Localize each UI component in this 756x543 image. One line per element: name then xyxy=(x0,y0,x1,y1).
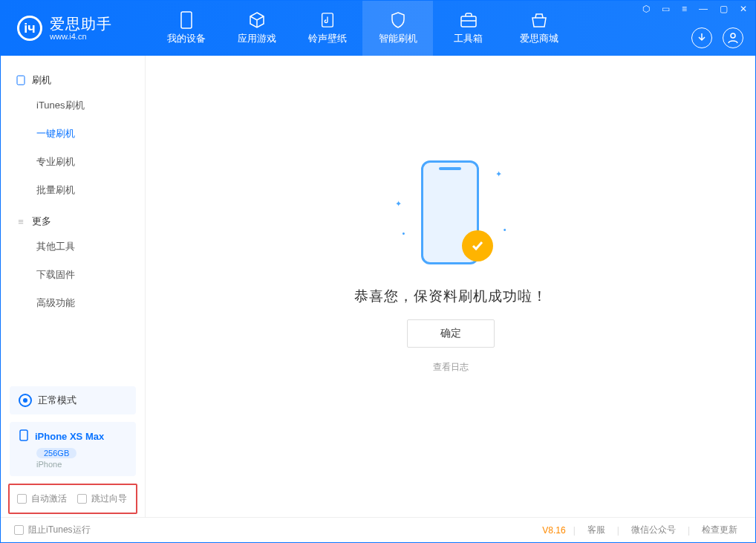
footer: 阻止iTunes运行 V8.16 | 客服 | 微信公众号 | 检查更新 xyxy=(1,517,755,542)
separator: | xyxy=(617,525,619,536)
header: ⬡ ▭ ≡ — ▢ ✕ iч 爱思助手 www.i4.cn 我的设备 应用游戏 xyxy=(1,1,755,56)
minimize-btn[interactable]: — xyxy=(697,2,710,16)
checkbox-label: 自动激活 xyxy=(31,492,67,505)
link-customer-service[interactable]: 客服 xyxy=(583,524,610,536)
svg-rect-4 xyxy=(17,76,25,85)
nav-label: 工具箱 xyxy=(454,32,483,45)
checkbox-label: 阻止iTunes运行 xyxy=(28,524,91,536)
sidebar-item-pro-flash[interactable]: 专业刷机 xyxy=(1,148,145,176)
nav-label: 我的设备 xyxy=(167,32,206,45)
nav-label: 爱思商城 xyxy=(520,32,558,45)
nav-ringtone[interactable]: 铃声壁纸 xyxy=(292,1,362,56)
device-storage: 256GB xyxy=(36,448,76,458)
download-button[interactable] xyxy=(691,27,712,48)
header-right xyxy=(691,27,743,48)
checkbox-icon xyxy=(14,525,24,535)
app-url: www.i4.cn xyxy=(50,32,112,41)
maximize-btn[interactable]: ▢ xyxy=(717,2,730,16)
nav-my-device[interactable]: 我的设备 xyxy=(151,1,221,56)
check-badge-icon xyxy=(462,230,493,261)
svg-rect-0 xyxy=(181,12,192,28)
sidebar-head-flash: 刷机 xyxy=(1,69,145,91)
nav-label: 铃声壁纸 xyxy=(308,32,347,45)
user-button[interactable] xyxy=(723,27,743,48)
cube-icon xyxy=(248,11,266,29)
separator: | xyxy=(688,525,690,536)
version-label: V8.16 xyxy=(542,525,565,536)
device-type: iPhone xyxy=(36,460,127,469)
checkbox-block-itunes[interactable]: 阻止iTunes运行 xyxy=(14,524,91,536)
menu-icon[interactable]: ≡ xyxy=(680,2,689,16)
store-icon xyxy=(530,11,548,29)
main-content: ✦ • ✦ • 恭喜您，保资料刷机成功啦！ 确定 查看日志 xyxy=(146,56,755,517)
ok-button[interactable]: 确定 xyxy=(407,319,495,348)
list-icon: ≡ xyxy=(16,216,26,227)
mode-dot-icon xyxy=(19,394,32,407)
logo: iч 爱思助手 www.i4.cn xyxy=(17,16,143,41)
view-log-link[interactable]: 查看日志 xyxy=(433,361,469,374)
checkbox-icon xyxy=(77,494,87,504)
sidebar-head-label: 刷机 xyxy=(32,74,51,87)
separator: | xyxy=(573,525,576,536)
sidebar: 刷机 iTunes刷机 一键刷机 专业刷机 批量刷机 ≡ 更多 其他工具 下载固… xyxy=(1,56,146,517)
device-name: iPhone XS Max xyxy=(35,431,104,442)
nav-smart-flash[interactable]: 智能刷机 xyxy=(362,1,433,56)
mode-card[interactable]: 正常模式 xyxy=(10,386,136,414)
sidebar-section-flash: 刷机 iTunes刷机 一键刷机 专业刷机 批量刷机 xyxy=(1,69,145,204)
nav-toolbox[interactable]: 工具箱 xyxy=(433,1,504,56)
mode-label: 正常模式 xyxy=(38,394,76,407)
sidebar-item-download-fw[interactable]: 下载固件 xyxy=(1,261,145,289)
sparkle-icon: • xyxy=(403,229,405,238)
nav-apps-games[interactable]: 应用游戏 xyxy=(221,1,292,56)
toolbox-icon xyxy=(460,11,478,29)
window-controls: ⬡ ▭ ≡ — ▢ ✕ xyxy=(640,2,749,16)
music-icon xyxy=(319,11,336,29)
sidebar-bottom: 正常模式 iPhone XS Max 256GB iPhone 自动激活 跳过向… xyxy=(1,386,145,517)
top-nav: 我的设备 应用游戏 铃声壁纸 智能刷机 工具箱 爱思商城 xyxy=(151,1,574,56)
body: 刷机 iTunes刷机 一键刷机 专业刷机 批量刷机 ≡ 更多 其他工具 下载固… xyxy=(1,56,755,517)
sidebar-head-more: ≡ 更多 xyxy=(1,210,145,233)
shirt-icon[interactable]: ⬡ xyxy=(640,2,652,16)
checkbox-label: 跳过向导 xyxy=(91,492,127,505)
checkbox-auto-activate[interactable]: 自动激活 xyxy=(17,492,67,505)
link-wechat[interactable]: 微信公众号 xyxy=(627,524,680,536)
nav-label: 应用游戏 xyxy=(238,32,276,45)
app-window: ⬡ ▭ ≡ — ▢ ✕ iч 爱思助手 www.i4.cn 我的设备 应用游戏 xyxy=(0,0,756,543)
sparkle-icon: ✦ xyxy=(395,199,402,209)
success-message: 恭喜您，保资料刷机成功啦！ xyxy=(354,287,547,306)
sidebar-item-itunes-flash[interactable]: iTunes刷机 xyxy=(1,91,145,120)
sidebar-item-other-tools[interactable]: 其他工具 xyxy=(1,233,145,261)
logo-icon: iч xyxy=(17,16,42,41)
svg-rect-2 xyxy=(461,16,476,27)
success-illustration: ✦ • ✦ • xyxy=(395,155,506,273)
sparkle-icon: ✦ xyxy=(495,169,502,179)
note-icon[interactable]: ▭ xyxy=(659,2,672,16)
sidebar-item-batch-flash[interactable]: 批量刷机 xyxy=(1,176,145,204)
sidebar-head-label: 更多 xyxy=(32,215,51,228)
device-icon xyxy=(177,11,195,29)
device-card[interactable]: iPhone XS Max 256GB iPhone xyxy=(10,422,136,476)
app-name: 爱思助手 xyxy=(50,16,112,32)
sidebar-item-advanced[interactable]: 高级功能 xyxy=(1,289,145,317)
shield-icon xyxy=(389,11,407,29)
nav-label: 智能刷机 xyxy=(379,32,417,45)
highlighted-checkbox-row: 自动激活 跳过向导 xyxy=(8,484,137,514)
checkbox-skip-guide[interactable]: 跳过向导 xyxy=(77,492,127,505)
svg-point-3 xyxy=(731,33,735,38)
svg-rect-5 xyxy=(20,430,27,440)
nav-store[interactable]: 爱思商城 xyxy=(504,1,574,56)
sidebar-item-oneclick-flash[interactable]: 一键刷机 xyxy=(1,120,145,148)
sparkle-icon: • xyxy=(504,225,506,234)
sidebar-section-more: ≡ 更多 其他工具 下载固件 高级功能 xyxy=(1,210,145,317)
phone-icon xyxy=(16,75,26,85)
checkbox-icon xyxy=(17,494,27,504)
link-check-update[interactable]: 检查更新 xyxy=(697,524,742,536)
close-btn[interactable]: ✕ xyxy=(737,2,749,16)
phone-icon xyxy=(19,429,29,443)
